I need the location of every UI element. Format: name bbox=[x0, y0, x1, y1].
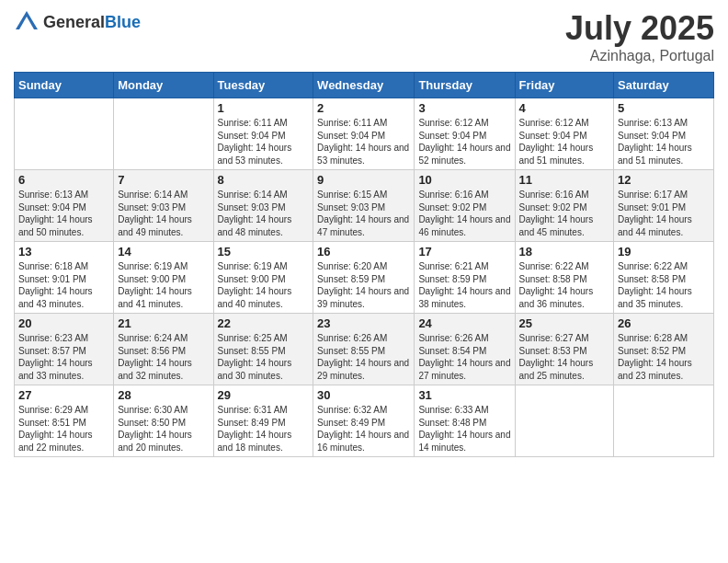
calendar-cell: 7Sunrise: 6:14 AM Sunset: 9:03 PM Daylig… bbox=[114, 170, 213, 242]
day-number: 16 bbox=[317, 245, 410, 259]
calendar-cell: 30Sunrise: 6:32 AM Sunset: 8:49 PM Dayli… bbox=[313, 385, 415, 457]
calendar-cell: 12Sunrise: 6:17 AM Sunset: 9:01 PM Dayli… bbox=[614, 170, 714, 242]
calendar-cell: 8Sunrise: 6:14 AM Sunset: 9:03 PM Daylig… bbox=[213, 170, 313, 242]
day-info: Sunrise: 6:27 AM Sunset: 8:53 PM Dayligh… bbox=[519, 332, 610, 382]
day-number: 17 bbox=[418, 245, 510, 259]
day-info: Sunrise: 6:24 AM Sunset: 8:56 PM Dayligh… bbox=[118, 332, 209, 382]
day-info: Sunrise: 6:19 AM Sunset: 9:00 PM Dayligh… bbox=[118, 260, 209, 310]
calendar-cell: 31Sunrise: 6:33 AM Sunset: 8:48 PM Dayli… bbox=[415, 385, 515, 457]
calendar-cell: 21Sunrise: 6:24 AM Sunset: 8:56 PM Dayli… bbox=[114, 314, 213, 385]
day-info: Sunrise: 6:14 AM Sunset: 9:03 PM Dayligh… bbox=[218, 189, 310, 238]
day-info: Sunrise: 6:12 AM Sunset: 9:04 PM Dayligh… bbox=[519, 117, 610, 167]
calendar-cell: 27Sunrise: 6:29 AM Sunset: 8:51 PM Dayli… bbox=[15, 385, 114, 457]
day-number: 27 bbox=[18, 388, 109, 402]
calendar-cell bbox=[114, 98, 213, 170]
day-info: Sunrise: 6:23 AM Sunset: 8:57 PM Dayligh… bbox=[18, 332, 109, 382]
day-info: Sunrise: 6:22 AM Sunset: 8:58 PM Dayligh… bbox=[519, 260, 610, 310]
calendar-cell: 9Sunrise: 6:15 AM Sunset: 9:03 PM Daylig… bbox=[313, 170, 415, 242]
day-number: 8 bbox=[218, 173, 310, 187]
weekday-header-tuesday: Tuesday bbox=[213, 73, 313, 98]
day-info: Sunrise: 6:13 AM Sunset: 9:04 PM Dayligh… bbox=[618, 117, 710, 167]
day-number: 13 bbox=[18, 245, 109, 259]
calendar-week-1: 1Sunrise: 6:11 AM Sunset: 9:04 PM Daylig… bbox=[15, 98, 714, 170]
day-info: Sunrise: 6:17 AM Sunset: 9:01 PM Dayligh… bbox=[618, 189, 710, 238]
calendar-table: SundayMondayTuesdayWednesdayThursdayFrid… bbox=[14, 72, 714, 457]
calendar-cell: 1Sunrise: 6:11 AM Sunset: 9:04 PM Daylig… bbox=[213, 98, 313, 170]
page-header: GeneralBlue July 2025 Azinhaga, Portugal bbox=[14, 9, 714, 64]
logo-blue-text: Blue bbox=[105, 13, 141, 31]
title-section: July 2025 Azinhaga, Portugal bbox=[565, 9, 714, 64]
day-number: 31 bbox=[418, 388, 510, 402]
day-number: 11 bbox=[519, 173, 610, 187]
calendar-cell: 16Sunrise: 6:20 AM Sunset: 8:59 PM Dayli… bbox=[313, 242, 415, 314]
day-info: Sunrise: 6:29 AM Sunset: 8:51 PM Dayligh… bbox=[18, 404, 109, 454]
day-number: 14 bbox=[118, 245, 209, 259]
calendar-cell: 23Sunrise: 6:26 AM Sunset: 8:55 PM Dayli… bbox=[313, 314, 415, 385]
day-info: Sunrise: 6:25 AM Sunset: 8:55 PM Dayligh… bbox=[218, 332, 310, 382]
day-info: Sunrise: 6:26 AM Sunset: 8:55 PM Dayligh… bbox=[317, 332, 410, 382]
day-number: 3 bbox=[418, 101, 510, 115]
calendar-cell bbox=[15, 98, 114, 170]
weekday-header-friday: Friday bbox=[515, 73, 614, 98]
calendar-cell: 28Sunrise: 6:30 AM Sunset: 8:50 PM Dayli… bbox=[114, 385, 213, 457]
day-number: 15 bbox=[218, 245, 310, 259]
calendar-cell bbox=[515, 385, 614, 457]
calendar-cell: 24Sunrise: 6:26 AM Sunset: 8:54 PM Dayli… bbox=[415, 314, 515, 385]
day-number: 18 bbox=[519, 245, 610, 259]
calendar-week-5: 27Sunrise: 6:29 AM Sunset: 8:51 PM Dayli… bbox=[15, 385, 714, 457]
day-info: Sunrise: 6:33 AM Sunset: 8:48 PM Dayligh… bbox=[418, 404, 510, 454]
day-number: 26 bbox=[618, 316, 710, 330]
calendar-cell: 13Sunrise: 6:18 AM Sunset: 9:01 PM Dayli… bbox=[15, 242, 114, 314]
calendar-cell: 25Sunrise: 6:27 AM Sunset: 8:53 PM Dayli… bbox=[515, 314, 614, 385]
calendar-week-3: 13Sunrise: 6:18 AM Sunset: 9:01 PM Dayli… bbox=[15, 242, 714, 314]
calendar-body: 1Sunrise: 6:11 AM Sunset: 9:04 PM Daylig… bbox=[15, 98, 714, 457]
calendar-cell: 5Sunrise: 6:13 AM Sunset: 9:04 PM Daylig… bbox=[614, 98, 714, 170]
day-number: 4 bbox=[519, 101, 610, 115]
calendar-cell: 4Sunrise: 6:12 AM Sunset: 9:04 PM Daylig… bbox=[515, 98, 614, 170]
day-number: 1 bbox=[218, 101, 310, 115]
day-info: Sunrise: 6:30 AM Sunset: 8:50 PM Dayligh… bbox=[118, 404, 209, 454]
day-info: Sunrise: 6:11 AM Sunset: 9:04 PM Dayligh… bbox=[218, 117, 310, 167]
day-number: 6 bbox=[18, 173, 109, 187]
day-number: 7 bbox=[118, 173, 209, 187]
day-info: Sunrise: 6:28 AM Sunset: 8:52 PM Dayligh… bbox=[618, 332, 710, 382]
calendar-cell: 20Sunrise: 6:23 AM Sunset: 8:57 PM Dayli… bbox=[15, 314, 114, 385]
logo-general-text: General bbox=[43, 13, 105, 31]
day-number: 25 bbox=[519, 316, 610, 330]
day-info: Sunrise: 6:18 AM Sunset: 9:01 PM Dayligh… bbox=[18, 260, 109, 310]
calendar-cell: 10Sunrise: 6:16 AM Sunset: 9:02 PM Dayli… bbox=[415, 170, 515, 242]
weekday-header-monday: Monday bbox=[114, 73, 213, 98]
calendar-cell: 14Sunrise: 6:19 AM Sunset: 9:00 PM Dayli… bbox=[114, 242, 213, 314]
location-title: Azinhaga, Portugal bbox=[565, 48, 714, 64]
day-number: 21 bbox=[118, 316, 209, 330]
calendar-cell: 15Sunrise: 6:19 AM Sunset: 9:00 PM Dayli… bbox=[213, 242, 313, 314]
day-number: 9 bbox=[317, 173, 410, 187]
day-number: 19 bbox=[618, 245, 710, 259]
calendar-cell: 18Sunrise: 6:22 AM Sunset: 8:58 PM Dayli… bbox=[515, 242, 614, 314]
day-info: Sunrise: 6:20 AM Sunset: 8:59 PM Dayligh… bbox=[317, 260, 410, 310]
calendar-cell: 3Sunrise: 6:12 AM Sunset: 9:04 PM Daylig… bbox=[415, 98, 515, 170]
day-info: Sunrise: 6:32 AM Sunset: 8:49 PM Dayligh… bbox=[317, 404, 410, 454]
calendar-cell: 22Sunrise: 6:25 AM Sunset: 8:55 PM Dayli… bbox=[213, 314, 313, 385]
day-info: Sunrise: 6:19 AM Sunset: 9:00 PM Dayligh… bbox=[218, 260, 310, 310]
day-info: Sunrise: 6:11 AM Sunset: 9:04 PM Dayligh… bbox=[317, 117, 410, 167]
calendar-cell: 19Sunrise: 6:22 AM Sunset: 8:58 PM Dayli… bbox=[614, 242, 714, 314]
day-number: 22 bbox=[218, 316, 310, 330]
weekday-header-wednesday: Wednesday bbox=[313, 73, 415, 98]
day-info: Sunrise: 6:14 AM Sunset: 9:03 PM Dayligh… bbox=[118, 189, 209, 238]
calendar-cell: 17Sunrise: 6:21 AM Sunset: 8:59 PM Dayli… bbox=[415, 242, 515, 314]
day-number: 5 bbox=[618, 101, 710, 115]
logo-icon bbox=[14, 9, 40, 35]
calendar-week-4: 20Sunrise: 6:23 AM Sunset: 8:57 PM Dayli… bbox=[15, 314, 714, 385]
day-info: Sunrise: 6:16 AM Sunset: 9:02 PM Dayligh… bbox=[418, 189, 510, 238]
calendar-cell: 11Sunrise: 6:16 AM Sunset: 9:02 PM Dayli… bbox=[515, 170, 614, 242]
day-number: 29 bbox=[218, 388, 310, 402]
weekday-header-thursday: Thursday bbox=[415, 73, 515, 98]
logo: GeneralBlue bbox=[14, 9, 141, 35]
day-info: Sunrise: 6:12 AM Sunset: 9:04 PM Dayligh… bbox=[418, 117, 510, 167]
day-number: 10 bbox=[418, 173, 510, 187]
weekday-header-row: SundayMondayTuesdayWednesdayThursdayFrid… bbox=[15, 73, 714, 98]
day-number: 30 bbox=[317, 388, 410, 402]
day-info: Sunrise: 6:22 AM Sunset: 8:58 PM Dayligh… bbox=[618, 260, 710, 310]
calendar-week-2: 6Sunrise: 6:13 AM Sunset: 9:04 PM Daylig… bbox=[15, 170, 714, 242]
